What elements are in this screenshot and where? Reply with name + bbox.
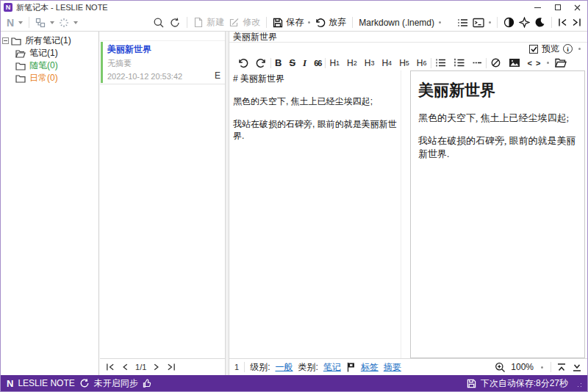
quote-button[interactable]: 66 [310,59,325,68]
tree-item-essays[interactable]: 随笔(0) [1,59,98,72]
dark-mode-button[interactable] [532,17,548,28]
undo-button[interactable] [234,58,252,68]
folder-open-icon [15,49,26,58]
link-button[interactable] [487,57,505,68]
horizontal-rule-button[interactable] [468,58,486,68]
code-button[interactable]: < > [524,59,545,68]
format-selector[interactable]: Markdown (.lnemd) [356,18,437,28]
folder-open-icon [555,58,567,68]
pin-button[interactable] [517,17,532,28]
first-page-icon[interactable] [106,363,115,371]
h1-label: H [329,58,336,68]
theme-contrast-button[interactable] [501,17,517,28]
tree-item-notes[interactable]: 笔记(1) [1,47,98,59]
app-logo-icon: N [7,17,14,29]
collapse-left-panel-button[interactable] [556,18,570,27]
refresh-button[interactable] [167,17,183,29]
hierarchy-icon [35,18,46,28]
strikethrough-button[interactable]: S [285,57,299,68]
h6-number: 6 [423,59,426,67]
new-note-button[interactable]: 新建 [191,16,226,29]
sync-status-text[interactable]: 未开启同步 [94,377,138,390]
markdown-preview-pane: 美丽新世界 黑色的天空下, 焦土上已经尘埃四起; 我站在破损的石碑旁, 眼前的就… [410,70,585,358]
save-dropdown-icon[interactable] [308,21,310,23]
outline-list-icon [457,18,468,28]
preview-paragraph: 黑色的天空下, 焦土上已经尘埃四起; [418,112,577,125]
redo-button[interactable] [252,58,270,68]
info-dropdown-icon[interactable] [578,48,581,50]
flag-icon [346,362,356,372]
bold-button[interactable]: B [271,57,285,68]
search-button[interactable] [151,17,167,29]
divider [551,17,552,28]
save-button[interactable]: 保存 [270,16,306,29]
maximize-button[interactable] [548,1,567,14]
scroll-to-top-icon[interactable] [556,363,567,372]
h3-button[interactable]: H3 [361,58,379,68]
summary-link[interactable]: 摘要 [384,361,401,374]
next-page-icon[interactable] [153,363,160,371]
zoom-level-value[interactable]: 100% [511,362,534,372]
scroll-to-bottom-icon[interactable] [572,363,582,372]
redo-icon [256,58,267,68]
level-value-link[interactable]: 一般 [275,361,293,374]
minimize-button[interactable] [528,1,548,14]
outline-button[interactable] [455,18,470,28]
collapse-expander-icon[interactable] [2,37,9,44]
note-list-panel: 美丽新世界 无摘要 2022-10-12 20:53:42 E 1/1 [100,32,225,375]
zoom-dropdown-icon[interactable] [541,366,543,369]
tree-item-daily[interactable]: 日常(0) [1,72,98,84]
minimize-icon [534,7,541,8]
tags-link[interactable]: 标签 [361,361,379,374]
refresh-tree-button[interactable] [57,18,80,28]
info-icon[interactable]: i [563,44,573,54]
h4-button[interactable]: H4 [378,58,395,68]
category-value-link[interactable]: 笔记 [323,361,341,374]
app-menu-button[interactable]: N [4,17,25,29]
markdown-source-editor[interactable]: # 美丽新世界 黑色的天空下, 焦土上已经尘埃四起; 我站在破损的石碑旁, 眼前… [229,70,401,358]
image-button[interactable] [505,58,524,68]
note-list-pagination: 1/1 [100,358,225,375]
thumbs-up-icon[interactable] [143,378,152,388]
h5-label: H [399,58,406,68]
h1-button[interactable]: H1 [326,58,343,68]
terminal-dropdown-icon[interactable] [489,21,491,23]
notebook-structure-button[interactable] [33,18,57,28]
contrast-icon [503,17,514,28]
prev-page-icon[interactable] [121,363,129,371]
divider [352,17,353,28]
format-dropdown-icon[interactable] [439,21,441,23]
h5-button[interactable]: H5 [395,58,413,68]
resize-grip[interactable] [574,380,581,387]
italic-button[interactable]: I [299,57,310,69]
editor-status-bar: 1 级别: 一般 类别: 笔记 标签 摘要 100% [229,358,587,375]
note-title-input[interactable]: 美丽新世界 [229,32,587,43]
collapse-right-panel-button[interactable] [570,18,584,27]
link-icon [490,57,501,68]
discard-button[interactable]: 放弃 [312,16,348,29]
preview-checkbox[interactable] [529,45,538,54]
code-dropdown-icon[interactable] [547,62,549,64]
ordered-list-button[interactable] [450,58,468,68]
preview-label[interactable]: 预览 [542,43,559,55]
zoom-in-icon[interactable] [495,362,506,373]
autosave-countdown: 下次自动保存:8分27秒 [481,377,568,390]
refresh-icon [169,17,181,29]
terminal-button[interactable] [470,18,487,28]
tree-item-all-notes[interactable]: 所有笔记(1) [1,35,98,47]
category-label: 类别: [298,361,318,374]
attachment-button[interactable] [551,58,570,68]
list-item[interactable]: 美丽新世界 无摘要 2022-10-12 20:53:42 E [100,41,225,84]
moon-icon [534,17,545,28]
h6-button[interactable]: H6 [413,58,431,68]
folder-icon [15,62,26,70]
note-item-badge: E [215,70,220,81]
close-button[interactable] [567,1,587,14]
chevron-down-icon [50,21,54,24]
tree-item-label: 日常(0) [29,72,58,84]
edit-note-button[interactable]: 修改 [226,16,262,29]
bullet-list-button[interactable] [431,58,450,68]
h2-button[interactable]: H2 [343,58,361,68]
editor-options-bar: 预览 i [229,43,587,55]
last-page-icon[interactable] [167,363,176,371]
